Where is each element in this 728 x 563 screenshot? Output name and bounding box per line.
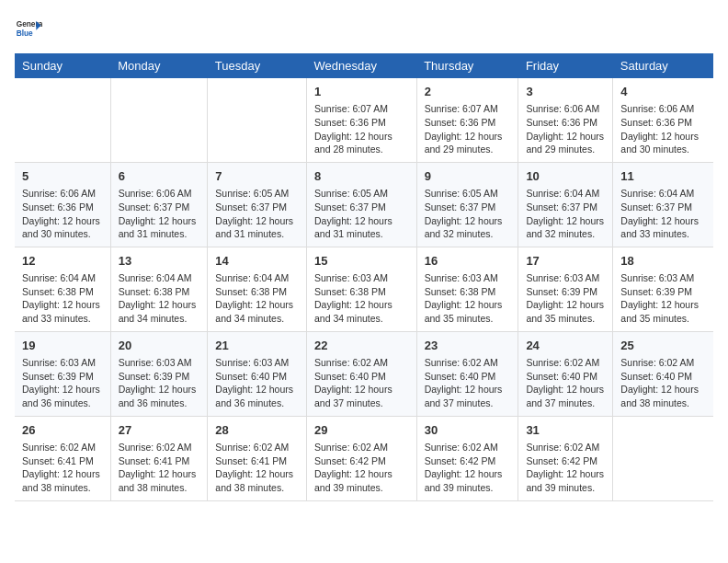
day-number: 27: [119, 422, 200, 439]
day-number: 6: [119, 168, 200, 185]
day-number: 14: [215, 253, 299, 270]
weekday-header-thursday: Thursday: [416, 53, 518, 78]
calendar-cell: 12Sunrise: 6:04 AM Sunset: 6:38 PM Dayli…: [15, 247, 110, 331]
day-number: 13: [119, 253, 200, 270]
calendar-cell: 31Sunrise: 6:02 AM Sunset: 6:42 PM Dayli…: [518, 416, 613, 500]
day-info: Sunrise: 6:06 AM Sunset: 6:36 PM Dayligh…: [22, 187, 103, 241]
day-number: 12: [22, 253, 103, 270]
logo-icon: General Blue: [15, 15, 42, 42]
calendar-cell: 9Sunrise: 6:05 AM Sunset: 6:37 PM Daylig…: [416, 162, 518, 247]
day-number: 9: [425, 168, 511, 185]
day-number: 26: [22, 422, 103, 439]
weekday-header-row: SundayMondayTuesdayWednesdayThursdayFrid…: [15, 53, 713, 78]
day-number: 30: [425, 422, 511, 439]
calendar-cell: 3Sunrise: 6:06 AM Sunset: 6:36 PM Daylig…: [518, 78, 613, 162]
day-number: 21: [215, 338, 299, 354]
calendar-cell: 16Sunrise: 6:03 AM Sunset: 6:38 PM Dayli…: [416, 247, 518, 331]
day-number: 2: [425, 84, 511, 100]
day-number: 15: [314, 253, 409, 270]
day-number: 11: [620, 168, 706, 185]
calendar-cell: [613, 416, 713, 500]
day-info: Sunrise: 6:02 AM Sunset: 6:42 PM Dayligh…: [425, 441, 511, 495]
calendar-table: SundayMondayTuesdayWednesdayThursdayFrid…: [15, 53, 713, 501]
day-number: 18: [620, 253, 706, 270]
day-number: 29: [314, 422, 409, 439]
day-number: 16: [425, 253, 511, 270]
calendar-cell: 28Sunrise: 6:02 AM Sunset: 6:41 PM Dayli…: [208, 416, 307, 500]
day-number: 20: [119, 338, 200, 354]
day-info: Sunrise: 6:02 AM Sunset: 6:41 PM Dayligh…: [215, 441, 299, 495]
calendar-cell: 13Sunrise: 6:04 AM Sunset: 6:38 PM Dayli…: [110, 247, 208, 331]
calendar-cell: 2Sunrise: 6:07 AM Sunset: 6:36 PM Daylig…: [416, 78, 518, 162]
weekday-header-saturday: Saturday: [613, 53, 713, 78]
day-number: 24: [526, 338, 605, 354]
calendar-cell: 27Sunrise: 6:02 AM Sunset: 6:41 PM Dayli…: [110, 416, 208, 500]
day-info: Sunrise: 6:02 AM Sunset: 6:41 PM Dayligh…: [22, 441, 103, 495]
day-info: Sunrise: 6:02 AM Sunset: 6:42 PM Dayligh…: [526, 441, 605, 495]
day-number: 23: [425, 338, 511, 354]
day-info: Sunrise: 6:02 AM Sunset: 6:42 PM Dayligh…: [314, 441, 409, 495]
calendar-cell: 10Sunrise: 6:04 AM Sunset: 6:37 PM Dayli…: [518, 162, 613, 247]
calendar-cell: 21Sunrise: 6:03 AM Sunset: 6:40 PM Dayli…: [208, 331, 307, 416]
day-info: Sunrise: 6:04 AM Sunset: 6:38 PM Dayligh…: [215, 271, 299, 326]
day-info: Sunrise: 6:03 AM Sunset: 6:39 PM Dayligh…: [526, 271, 605, 326]
calendar-cell: 30Sunrise: 6:02 AM Sunset: 6:42 PM Dayli…: [416, 416, 518, 500]
calendar-cell: 20Sunrise: 6:03 AM Sunset: 6:39 PM Dayli…: [110, 331, 208, 416]
calendar-cell: 29Sunrise: 6:02 AM Sunset: 6:42 PM Dayli…: [307, 416, 417, 500]
calendar-cell: 23Sunrise: 6:02 AM Sunset: 6:40 PM Dayli…: [416, 331, 518, 416]
day-number: 31: [526, 422, 605, 439]
day-info: Sunrise: 6:02 AM Sunset: 6:40 PM Dayligh…: [314, 356, 409, 410]
calendar-cell: 19Sunrise: 6:03 AM Sunset: 6:39 PM Dayli…: [15, 331, 110, 416]
weekday-header-wednesday: Wednesday: [307, 53, 417, 78]
calendar-cell: 5Sunrise: 6:06 AM Sunset: 6:36 PM Daylig…: [15, 162, 110, 247]
day-number: 17: [526, 253, 605, 270]
day-info: Sunrise: 6:03 AM Sunset: 6:38 PM Dayligh…: [314, 271, 409, 326]
day-number: 1: [314, 84, 409, 100]
calendar-week-row: 1Sunrise: 6:07 AM Sunset: 6:36 PM Daylig…: [15, 78, 713, 162]
day-number: 25: [620, 338, 706, 354]
day-info: Sunrise: 6:02 AM Sunset: 6:41 PM Dayligh…: [119, 441, 200, 495]
day-info: Sunrise: 6:04 AM Sunset: 6:38 PM Dayligh…: [119, 271, 200, 326]
calendar-cell: 18Sunrise: 6:03 AM Sunset: 6:39 PM Dayli…: [613, 247, 713, 331]
day-number: 8: [314, 168, 409, 185]
day-info: Sunrise: 6:02 AM Sunset: 6:40 PM Dayligh…: [425, 356, 511, 410]
calendar-cell: 8Sunrise: 6:05 AM Sunset: 6:37 PM Daylig…: [307, 162, 417, 247]
weekday-header-monday: Monday: [110, 53, 208, 78]
day-info: Sunrise: 6:07 AM Sunset: 6:36 PM Dayligh…: [314, 102, 409, 156]
calendar-cell: 24Sunrise: 6:02 AM Sunset: 6:40 PM Dayli…: [518, 331, 613, 416]
day-number: 22: [314, 338, 409, 354]
day-number: 4: [620, 84, 706, 100]
calendar-cell: 22Sunrise: 6:02 AM Sunset: 6:40 PM Dayli…: [307, 331, 417, 416]
page-header: General Blue: [15, 15, 713, 42]
day-number: 5: [22, 168, 103, 185]
day-info: Sunrise: 6:02 AM Sunset: 6:40 PM Dayligh…: [620, 356, 706, 410]
calendar-cell: 4Sunrise: 6:06 AM Sunset: 6:36 PM Daylig…: [613, 78, 713, 162]
calendar-cell: 26Sunrise: 6:02 AM Sunset: 6:41 PM Dayli…: [15, 416, 110, 500]
day-info: Sunrise: 6:05 AM Sunset: 6:37 PM Dayligh…: [314, 187, 409, 241]
calendar-week-row: 12Sunrise: 6:04 AM Sunset: 6:38 PM Dayli…: [15, 247, 713, 331]
weekday-header-tuesday: Tuesday: [208, 53, 307, 78]
day-info: Sunrise: 6:03 AM Sunset: 6:39 PM Dayligh…: [119, 356, 200, 410]
weekday-header-sunday: Sunday: [15, 53, 110, 78]
day-info: Sunrise: 6:03 AM Sunset: 6:39 PM Dayligh…: [620, 271, 706, 326]
calendar-cell: 11Sunrise: 6:04 AM Sunset: 6:37 PM Dayli…: [613, 162, 713, 247]
calendar-cell: [208, 78, 307, 162]
calendar-cell: 7Sunrise: 6:05 AM Sunset: 6:37 PM Daylig…: [208, 162, 307, 247]
calendar-cell: [15, 78, 110, 162]
day-info: Sunrise: 6:06 AM Sunset: 6:37 PM Dayligh…: [119, 187, 200, 241]
calendar-cell: 25Sunrise: 6:02 AM Sunset: 6:40 PM Dayli…: [613, 331, 713, 416]
calendar-cell: 17Sunrise: 6:03 AM Sunset: 6:39 PM Dayli…: [518, 247, 613, 331]
day-number: 10: [526, 168, 605, 185]
day-info: Sunrise: 6:02 AM Sunset: 6:40 PM Dayligh…: [526, 356, 605, 410]
day-info: Sunrise: 6:04 AM Sunset: 6:38 PM Dayligh…: [22, 271, 103, 326]
day-number: 19: [22, 338, 103, 354]
day-info: Sunrise: 6:03 AM Sunset: 6:40 PM Dayligh…: [215, 356, 299, 410]
weekday-header-friday: Friday: [518, 53, 613, 78]
calendar-week-row: 5Sunrise: 6:06 AM Sunset: 6:36 PM Daylig…: [15, 162, 713, 247]
day-info: Sunrise: 6:04 AM Sunset: 6:37 PM Dayligh…: [526, 187, 605, 241]
logo: General Blue: [15, 15, 42, 42]
day-info: Sunrise: 6:03 AM Sunset: 6:38 PM Dayligh…: [425, 271, 511, 326]
day-info: Sunrise: 6:05 AM Sunset: 6:37 PM Dayligh…: [425, 187, 511, 241]
calendar-cell: [110, 78, 208, 162]
svg-text:Blue: Blue: [17, 29, 33, 38]
